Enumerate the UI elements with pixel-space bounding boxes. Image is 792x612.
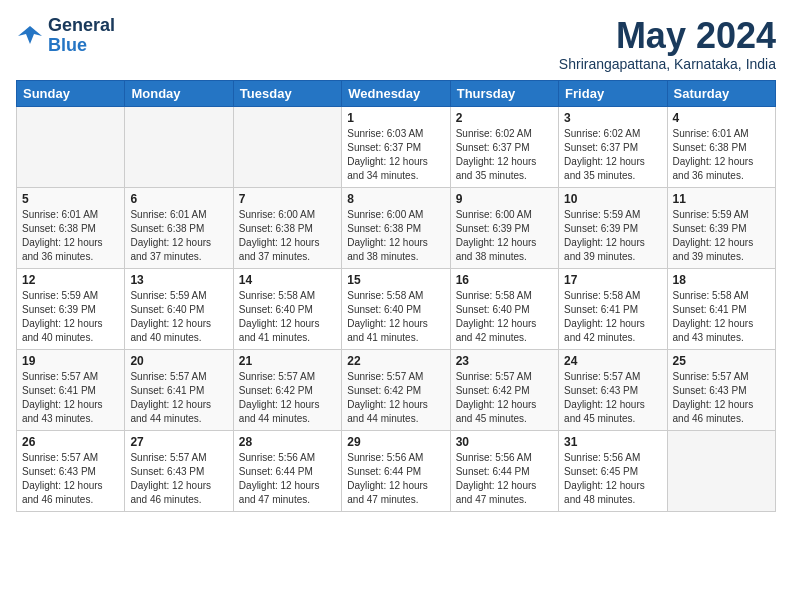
calendar-cell: 26Sunrise: 5:57 AM Sunset: 6:43 PM Dayli… (17, 430, 125, 511)
calendar-cell: 11Sunrise: 5:59 AM Sunset: 6:39 PM Dayli… (667, 187, 775, 268)
day-info: Sunrise: 5:57 AM Sunset: 6:43 PM Dayligh… (673, 370, 770, 426)
calendar-cell: 25Sunrise: 5:57 AM Sunset: 6:43 PM Dayli… (667, 349, 775, 430)
day-number: 13 (130, 273, 227, 287)
day-info: Sunrise: 6:00 AM Sunset: 6:38 PM Dayligh… (239, 208, 336, 264)
day-number: 21 (239, 354, 336, 368)
calendar-cell: 7Sunrise: 6:00 AM Sunset: 6:38 PM Daylig… (233, 187, 341, 268)
calendar-cell: 12Sunrise: 5:59 AM Sunset: 6:39 PM Dayli… (17, 268, 125, 349)
day-number: 10 (564, 192, 661, 206)
calendar-cell: 18Sunrise: 5:58 AM Sunset: 6:41 PM Dayli… (667, 268, 775, 349)
day-number: 20 (130, 354, 227, 368)
calendar-cell: 6Sunrise: 6:01 AM Sunset: 6:38 PM Daylig… (125, 187, 233, 268)
location-subtitle: Shrirangapattana, Karnataka, India (559, 56, 776, 72)
logo: General Blue (16, 16, 115, 56)
day-info: Sunrise: 5:56 AM Sunset: 6:44 PM Dayligh… (347, 451, 444, 507)
day-number: 18 (673, 273, 770, 287)
calendar-week-row: 19Sunrise: 5:57 AM Sunset: 6:41 PM Dayli… (17, 349, 776, 430)
day-number: 8 (347, 192, 444, 206)
day-number: 25 (673, 354, 770, 368)
calendar-cell: 9Sunrise: 6:00 AM Sunset: 6:39 PM Daylig… (450, 187, 558, 268)
day-info: Sunrise: 6:00 AM Sunset: 6:38 PM Dayligh… (347, 208, 444, 264)
day-info: Sunrise: 5:57 AM Sunset: 6:42 PM Dayligh… (347, 370, 444, 426)
day-info: Sunrise: 5:59 AM Sunset: 6:39 PM Dayligh… (673, 208, 770, 264)
day-number: 1 (347, 111, 444, 125)
day-number: 14 (239, 273, 336, 287)
day-info: Sunrise: 5:58 AM Sunset: 6:40 PM Dayligh… (239, 289, 336, 345)
day-number: 24 (564, 354, 661, 368)
day-info: Sunrise: 5:59 AM Sunset: 6:40 PM Dayligh… (130, 289, 227, 345)
logo-icon (16, 22, 44, 50)
calendar-cell: 30Sunrise: 5:56 AM Sunset: 6:44 PM Dayli… (450, 430, 558, 511)
day-number: 19 (22, 354, 119, 368)
day-info: Sunrise: 6:01 AM Sunset: 6:38 PM Dayligh… (130, 208, 227, 264)
calendar-cell (17, 106, 125, 187)
day-number: 22 (347, 354, 444, 368)
day-info: Sunrise: 5:56 AM Sunset: 6:45 PM Dayligh… (564, 451, 661, 507)
calendar-cell (233, 106, 341, 187)
day-info: Sunrise: 5:58 AM Sunset: 6:41 PM Dayligh… (564, 289, 661, 345)
day-info: Sunrise: 5:58 AM Sunset: 6:40 PM Dayligh… (456, 289, 553, 345)
svg-marker-0 (18, 26, 42, 44)
day-info: Sunrise: 5:57 AM Sunset: 6:42 PM Dayligh… (239, 370, 336, 426)
calendar-week-row: 1Sunrise: 6:03 AM Sunset: 6:37 PM Daylig… (17, 106, 776, 187)
day-info: Sunrise: 5:57 AM Sunset: 6:41 PM Dayligh… (22, 370, 119, 426)
calendar-cell: 4Sunrise: 6:01 AM Sunset: 6:38 PM Daylig… (667, 106, 775, 187)
day-info: Sunrise: 5:58 AM Sunset: 6:41 PM Dayligh… (673, 289, 770, 345)
day-info: Sunrise: 5:57 AM Sunset: 6:42 PM Dayligh… (456, 370, 553, 426)
logo-text: General Blue (48, 16, 115, 56)
calendar-cell: 20Sunrise: 5:57 AM Sunset: 6:41 PM Dayli… (125, 349, 233, 430)
calendar-cell: 2Sunrise: 6:02 AM Sunset: 6:37 PM Daylig… (450, 106, 558, 187)
day-number: 15 (347, 273, 444, 287)
day-header-tuesday: Tuesday (233, 80, 341, 106)
day-info: Sunrise: 5:57 AM Sunset: 6:43 PM Dayligh… (22, 451, 119, 507)
calendar-cell: 13Sunrise: 5:59 AM Sunset: 6:40 PM Dayli… (125, 268, 233, 349)
day-header-monday: Monday (125, 80, 233, 106)
calendar-cell (125, 106, 233, 187)
calendar-cell: 10Sunrise: 5:59 AM Sunset: 6:39 PM Dayli… (559, 187, 667, 268)
day-header-saturday: Saturday (667, 80, 775, 106)
calendar-cell: 31Sunrise: 5:56 AM Sunset: 6:45 PM Dayli… (559, 430, 667, 511)
day-header-friday: Friday (559, 80, 667, 106)
day-number: 11 (673, 192, 770, 206)
calendar-cell: 29Sunrise: 5:56 AM Sunset: 6:44 PM Dayli… (342, 430, 450, 511)
day-number: 7 (239, 192, 336, 206)
day-number: 2 (456, 111, 553, 125)
day-info: Sunrise: 5:57 AM Sunset: 6:41 PM Dayligh… (130, 370, 227, 426)
day-info: Sunrise: 6:01 AM Sunset: 6:38 PM Dayligh… (673, 127, 770, 183)
day-header-thursday: Thursday (450, 80, 558, 106)
day-info: Sunrise: 6:02 AM Sunset: 6:37 PM Dayligh… (456, 127, 553, 183)
day-number: 23 (456, 354, 553, 368)
calendar-cell: 24Sunrise: 5:57 AM Sunset: 6:43 PM Dayli… (559, 349, 667, 430)
calendar-cell (667, 430, 775, 511)
calendar-cell: 23Sunrise: 5:57 AM Sunset: 6:42 PM Dayli… (450, 349, 558, 430)
calendar-week-row: 12Sunrise: 5:59 AM Sunset: 6:39 PM Dayli… (17, 268, 776, 349)
day-number: 5 (22, 192, 119, 206)
day-info: Sunrise: 5:56 AM Sunset: 6:44 PM Dayligh… (456, 451, 553, 507)
logo-line1: General (48, 16, 115, 36)
day-number: 27 (130, 435, 227, 449)
calendar-table: SundayMondayTuesdayWednesdayThursdayFrid… (16, 80, 776, 512)
title-block: May 2024 Shrirangapattana, Karnataka, In… (559, 16, 776, 72)
month-title: May 2024 (559, 16, 776, 56)
day-info: Sunrise: 5:57 AM Sunset: 6:43 PM Dayligh… (564, 370, 661, 426)
calendar-week-row: 26Sunrise: 5:57 AM Sunset: 6:43 PM Dayli… (17, 430, 776, 511)
day-number: 16 (456, 273, 553, 287)
day-number: 26 (22, 435, 119, 449)
day-number: 12 (22, 273, 119, 287)
calendar-cell: 22Sunrise: 5:57 AM Sunset: 6:42 PM Dayli… (342, 349, 450, 430)
calendar-cell: 28Sunrise: 5:56 AM Sunset: 6:44 PM Dayli… (233, 430, 341, 511)
day-info: Sunrise: 5:59 AM Sunset: 6:39 PM Dayligh… (564, 208, 661, 264)
logo-line2: Blue (48, 36, 115, 56)
day-info: Sunrise: 6:01 AM Sunset: 6:38 PM Dayligh… (22, 208, 119, 264)
calendar-week-row: 5Sunrise: 6:01 AM Sunset: 6:38 PM Daylig… (17, 187, 776, 268)
calendar-cell: 15Sunrise: 5:58 AM Sunset: 6:40 PM Dayli… (342, 268, 450, 349)
calendar-cell: 19Sunrise: 5:57 AM Sunset: 6:41 PM Dayli… (17, 349, 125, 430)
day-info: Sunrise: 5:57 AM Sunset: 6:43 PM Dayligh… (130, 451, 227, 507)
calendar-cell: 5Sunrise: 6:01 AM Sunset: 6:38 PM Daylig… (17, 187, 125, 268)
day-number: 29 (347, 435, 444, 449)
day-info: Sunrise: 6:03 AM Sunset: 6:37 PM Dayligh… (347, 127, 444, 183)
calendar-cell: 16Sunrise: 5:58 AM Sunset: 6:40 PM Dayli… (450, 268, 558, 349)
page-header: General Blue May 2024 Shrirangapattana, … (16, 16, 776, 72)
day-header-wednesday: Wednesday (342, 80, 450, 106)
day-number: 3 (564, 111, 661, 125)
